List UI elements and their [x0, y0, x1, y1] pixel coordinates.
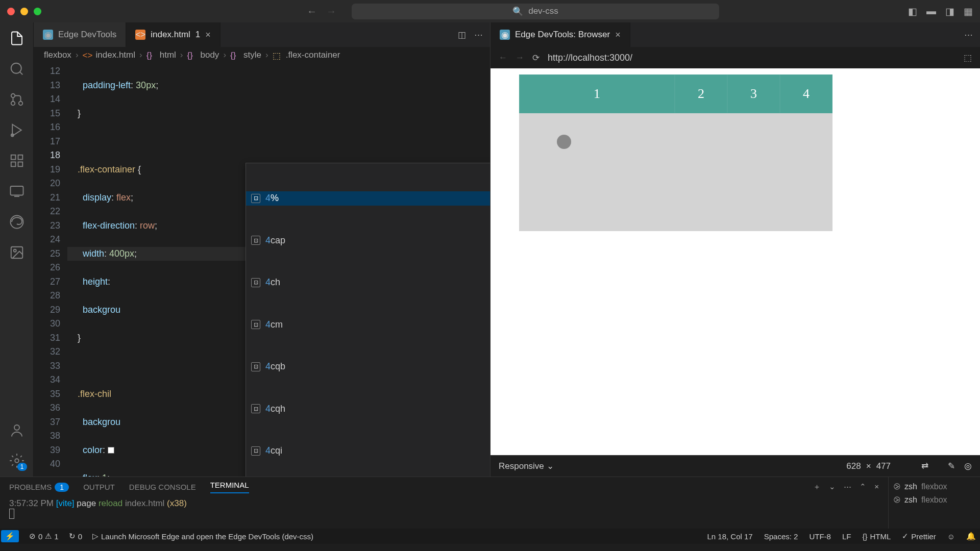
debug-icon[interactable] [9, 122, 25, 138]
layout-sidebar-right-icon[interactable]: ◨ [945, 6, 954, 17]
close-tab-icon[interactable]: × [615, 30, 621, 40]
target-icon[interactable]: ◎ [964, 461, 972, 471]
more-actions-icon[interactable]: ⋯ [474, 30, 483, 40]
autocomplete-item[interactable]: ⊡4cm [246, 318, 490, 332]
terminal-item[interactable]: ⧁zsh flexbox [894, 480, 975, 493]
svg-point-1 [11, 94, 15, 98]
tab-problems[interactable]: PROBLEMS1 [9, 483, 69, 491]
titlebar: ← → 🔍 dev-css ◧ ▬ ◨ ▦ [0, 0, 980, 22]
new-terminal-icon[interactable]: ＋ [813, 482, 821, 492]
bc-body[interactable]: body [201, 50, 219, 60]
bc-html[interactable]: html [160, 50, 176, 60]
warning-icon: ⚠ [45, 532, 52, 541]
account-icon[interactable] [9, 422, 25, 438]
feedback-icon[interactable]: ☺ [947, 532, 955, 541]
css-selector-icon: ⬚ [273, 51, 282, 60]
more-actions-icon[interactable]: ⋯ [964, 30, 973, 40]
autocomplete-item[interactable]: ⊡4cqb [246, 360, 490, 374]
responsive-toolbar: Responsive ⌄ 628 × 477 ⇄ ✎ ◎ [491, 455, 980, 477]
browser-viewport[interactable]: 1 2 3 4 [491, 68, 980, 455]
explorer-icon[interactable] [9, 30, 25, 46]
prettier-status[interactable]: ✓ Prettier [902, 532, 936, 541]
tab-debug-console[interactable]: DEBUG CONSOLE [129, 483, 196, 491]
inspect-icon[interactable]: ⬚ [964, 53, 972, 63]
terminal-item[interactable]: ⧁zsh flexbox [894, 493, 975, 507]
tab-terminal[interactable]: TERMINAL [210, 481, 249, 493]
layout-panel-icon[interactable]: ▬ [926, 6, 936, 17]
eyedropper-icon[interactable]: ✎ [948, 461, 955, 471]
settings-gear-icon[interactable]: 1 [9, 453, 25, 469]
eol[interactable]: LF [842, 532, 851, 541]
tab-devtools[interactable]: ◉ Edge DevTools [34, 22, 126, 47]
close-window-icon[interactable] [7, 8, 15, 15]
edge-icon[interactable] [9, 214, 25, 230]
indentation[interactable]: Spaces: 2 [764, 532, 798, 541]
responsive-dropdown[interactable]: Responsive ⌄ [499, 461, 554, 471]
language-mode[interactable]: {} HTML [862, 532, 891, 541]
preview-cell: 2 [675, 74, 727, 113]
viewport-width[interactable]: 628 [846, 461, 861, 471]
layout-sidebar-left-icon[interactable]: ◧ [908, 6, 917, 17]
command-center[interactable]: 🔍 dev-css [352, 4, 719, 19]
ports-indicator[interactable]: ↻0 [69, 532, 82, 541]
split-terminal-chevron-icon[interactable]: ⌄ [829, 482, 836, 492]
autocomplete-item[interactable]: ⊡4% [246, 191, 490, 206]
viewport-height[interactable]: 477 [876, 461, 891, 471]
tab-browser[interactable]: ◉ Edge DevTools: Browser × [491, 22, 630, 47]
source-control-icon[interactable] [9, 91, 25, 108]
remote-indicator[interactable]: ⚡ [1, 530, 19, 542]
tab-devtools-label: Edge DevTools [58, 30, 116, 40]
bc-folder[interactable]: flexbox [44, 50, 71, 60]
tab-browser-label: Edge DevTools: Browser [515, 30, 610, 40]
autocomplete-item[interactable]: ⊡4ch [246, 276, 490, 290]
value-icon: ⊡ [251, 362, 260, 371]
layout-grid-icon[interactable]: ▦ [964, 6, 973, 17]
maximize-window-icon[interactable] [34, 8, 41, 15]
bc-file[interactable]: index.html [96, 50, 135, 60]
encoding[interactable]: UTF-8 [809, 532, 831, 541]
value-icon: ⊡ [251, 404, 260, 413]
remote-explorer-icon[interactable] [9, 183, 25, 199]
chevron-right-icon: › [76, 50, 79, 60]
close-panel-icon[interactable]: × [874, 482, 879, 492]
autocomplete-item[interactable]: ⊡4cqi [246, 444, 490, 458]
autocomplete-item[interactable]: ⊡4cap [246, 234, 490, 248]
browser-reload-icon[interactable]: ⟳ [532, 53, 540, 63]
breadcrumbs[interactable]: flexbox › <> index.html › {} html › {} b… [34, 47, 490, 63]
tab-output[interactable]: OUTPUT [83, 483, 115, 491]
bell-icon[interactable]: 🔔 [966, 532, 976, 541]
svg-rect-9 [10, 186, 23, 195]
code-editor[interactable]: 1213141516171819202122232425262728293031… [34, 63, 490, 477]
maximize-panel-icon[interactable]: ⌃ [860, 482, 866, 492]
minimize-window-icon[interactable] [20, 8, 28, 15]
split-editor-icon[interactable]: ◫ [458, 30, 466, 40]
bc-selector[interactable]: .flex-container [286, 50, 340, 60]
nav-arrows: ← → [307, 6, 336, 17]
back-arrow-icon[interactable]: ← [307, 6, 317, 17]
activity-bar: 1 [0, 22, 34, 477]
cursor-position[interactable]: Ln 18, Col 17 [707, 532, 752, 541]
check-icon: ✓ [902, 532, 909, 541]
panel-actions: ＋ ⌄ ⋯ ⌃ × [813, 482, 879, 492]
image-icon[interactable] [9, 244, 25, 261]
browser-back-icon[interactable]: ← [499, 53, 507, 63]
code-content[interactable]: padding-left: 30px; } .flex-container { … [67, 63, 490, 477]
browser-forward-icon[interactable]: → [516, 53, 524, 63]
url-bar[interactable]: http://localhost:3000/ [548, 53, 632, 63]
autocomplete-popup[interactable]: ⊡4% ⊡4cap ⊡4ch ⊡4cm ⊡4cqb ⊡4cqh ⊡4cqi ⊡4… [246, 163, 490, 477]
rotate-icon[interactable]: ⇄ [921, 461, 928, 471]
terminal-icon: ⧁ [894, 482, 900, 491]
terminal-output[interactable]: 3:57:32 PM [vite] page reload index.html… [0, 496, 888, 529]
forward-arrow-icon[interactable]: → [326, 6, 336, 17]
bc-style[interactable]: style [243, 50, 261, 60]
autocomplete-item[interactable]: ⊡4cqh [246, 402, 490, 416]
extensions-icon[interactable] [9, 153, 25, 169]
terminal-icon: ⧁ [894, 495, 900, 505]
search-activity-icon[interactable] [9, 61, 25, 77]
close-tab-icon[interactable]: × [205, 30, 211, 40]
more-panel-icon[interactable]: ⋯ [844, 482, 851, 492]
errors-indicator[interactable]: ⊘0 ⚠1 [29, 532, 59, 541]
launch-task[interactable]: ▷Launch Microsoft Edge and open the Edge… [92, 532, 313, 541]
tab-index-html[interactable]: <> index.html 1 × [126, 22, 220, 47]
edge-tab-icon: ◉ [500, 30, 510, 40]
